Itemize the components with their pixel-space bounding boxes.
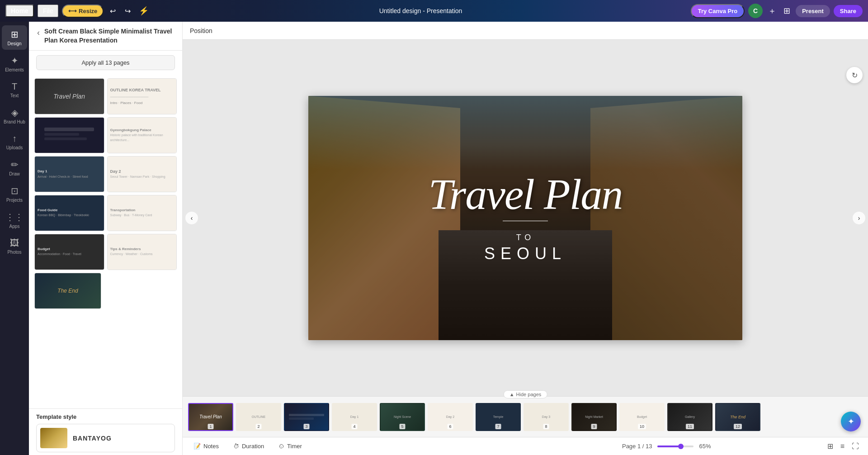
film-thumb-10[interactable]: Budget 10 bbox=[619, 403, 665, 431]
status-right: ⊞ ≡ ⛶ bbox=[826, 440, 861, 452]
slide-divider-top bbox=[503, 221, 548, 221]
sidebar-item-uploads[interactable]: ↑ Uploads bbox=[2, 130, 27, 154]
sidebar-item-draw[interactable]: ✏ Draw bbox=[2, 156, 27, 180]
template-thumb-2[interactable]: OUTLINE KOREA TRAVEL ─────────────── Int… bbox=[107, 78, 177, 114]
hide-pages-toggle[interactable]: ▲ Hide pages bbox=[504, 390, 547, 398]
template-style-thumb bbox=[40, 428, 67, 448]
position-label: Position bbox=[190, 27, 212, 34]
canvas-main[interactable]: ‹ Travel Plan TO Seoul bbox=[183, 40, 868, 396]
template-thumb-5[interactable]: Day 1 Arrival · Hotel Check-in · Street … bbox=[34, 156, 104, 192]
film-number-1: 1 bbox=[208, 424, 213, 429]
fullscreen-button[interactable]: ⛶ bbox=[850, 441, 861, 452]
sidebar-item-brand-hub[interactable]: ◈ Brand Hub bbox=[2, 104, 27, 128]
sidebar-label-apps: Apps bbox=[9, 224, 20, 229]
template-thumb-6[interactable]: Day 2 Seoul Tower · Namsan Park · Shoppi… bbox=[107, 156, 177, 192]
slide-text-container: Travel Plan TO Seoul bbox=[308, 96, 742, 340]
sidebar-label-elements: Elements bbox=[5, 67, 24, 72]
film-thumb-12[interactable]: The End 12 bbox=[715, 403, 760, 431]
redo-button[interactable]: ↪ bbox=[122, 5, 133, 17]
main-layout: ⊞ Design ✦ Elements T Text ◈ Brand Hub ↑… bbox=[0, 22, 868, 455]
sidebar-item-elements[interactable]: ✦ Elements bbox=[2, 52, 27, 76]
try-pro-button[interactable]: Try Canva Pro bbox=[691, 4, 745, 18]
sidebar-label-projects: Projects bbox=[6, 198, 23, 203]
sidebar-label-photos: Photos bbox=[7, 250, 21, 255]
chevron-up-icon: ▲ bbox=[509, 392, 514, 397]
film-thumb-3[interactable]: 3 bbox=[284, 403, 329, 431]
film-number-7: 7 bbox=[495, 424, 501, 429]
apps-icon: ⋮⋮ bbox=[5, 212, 24, 223]
template-thumb-8[interactable]: Transportation Subway · Bus · T-Money Ca… bbox=[107, 195, 177, 231]
brand-hub-icon: ◈ bbox=[11, 107, 18, 118]
film-thumb-6[interactable]: Day 2 6 bbox=[428, 403, 473, 431]
filmstrip-scroll[interactable]: Travel Plan 1 OUTLINE 2 bbox=[183, 397, 868, 437]
film-number-3: 3 bbox=[303, 424, 309, 429]
film-thumb-2[interactable]: OUTLINE 2 bbox=[236, 403, 281, 431]
template-style-name: BANTAYOG bbox=[73, 435, 112, 442]
canva-assistant-button[interactable]: ✦ bbox=[841, 412, 861, 431]
template-row: Travel Plan OUTLINE KOREA TRAVEL ───────… bbox=[34, 78, 177, 114]
topbar: Home File ⟷ Resize ↩ ↪ ⚡ Untitled design… bbox=[0, 0, 868, 22]
zoom-slider-fill bbox=[657, 446, 681, 447]
template-style-card[interactable]: BANTAYOG bbox=[36, 424, 175, 452]
template-style-label: Template style bbox=[36, 413, 175, 420]
file-button[interactable]: File bbox=[38, 5, 59, 17]
film-thumb-1[interactable]: Travel Plan 1 bbox=[188, 403, 233, 431]
grid-button[interactable]: ⊞ bbox=[782, 4, 792, 18]
avatar: C bbox=[748, 4, 763, 18]
film-thumb-11[interactable]: Gallery 11 bbox=[667, 403, 712, 431]
refresh-button[interactable]: ↻ bbox=[846, 67, 863, 83]
page-info: Page 1 / 13 bbox=[622, 443, 652, 450]
sidebar-item-projects[interactable]: ⊡ Projects bbox=[2, 182, 27, 206]
status-center: Page 1 / 13 65% bbox=[508, 443, 826, 450]
template-thumb-7[interactable]: Food Guide Korean BBQ · Bibimbap · Tteok… bbox=[34, 195, 104, 231]
magic-button[interactable]: ⚡ bbox=[137, 4, 151, 18]
list-view-button[interactable]: ≡ bbox=[839, 441, 846, 452]
film-thumb-7[interactable]: Temple 7 bbox=[476, 403, 521, 431]
resize-button[interactable]: ⟷ Resize bbox=[62, 5, 104, 18]
film-number-8: 8 bbox=[543, 424, 549, 429]
undo-button[interactable]: ↩ bbox=[107, 5, 118, 17]
sidebar-item-text[interactable]: T Text bbox=[2, 78, 27, 102]
share-button[interactable]: Share bbox=[834, 5, 863, 17]
left-panel: ‹ Soft Cream Black Simple Minimalist Tra… bbox=[29, 22, 183, 455]
topbar-right: Try Canva Pro C ＋ ⊞ Present Share bbox=[691, 4, 863, 18]
film-thumb-5[interactable]: Night Scene 5 bbox=[380, 403, 425, 431]
duration-button[interactable]: ⏱ Duration bbox=[230, 441, 268, 451]
present-button[interactable]: Present bbox=[796, 5, 830, 17]
canvas-nav-right[interactable]: › bbox=[853, 212, 865, 224]
template-thumb-1[interactable]: Travel Plan bbox=[34, 78, 104, 114]
film-thumb-4[interactable]: Day 1 4 bbox=[332, 403, 377, 431]
document-title: Untitled design - Presentation bbox=[379, 7, 462, 14]
sidebar-label-draw: Draw bbox=[9, 171, 19, 176]
sidebar-item-photos[interactable]: 🖼 Photos bbox=[2, 234, 27, 258]
text-icon: T bbox=[12, 81, 17, 92]
template-style-section: Template style BANTAYOG bbox=[29, 408, 182, 455]
status-bar: 📝 Notes ⏱ Duration ⏲ Timer Page 1 / 13 bbox=[183, 437, 868, 455]
template-thumb-4[interactable]: Gyeongbokgung Palace Historic palace wit… bbox=[107, 117, 177, 153]
sidebar-item-design[interactable]: ⊞ Design bbox=[2, 25, 27, 50]
sidebar-label-design: Design bbox=[7, 41, 21, 46]
apply-all-button[interactable]: Apply all 13 pages bbox=[36, 55, 175, 70]
film-number-12: 12 bbox=[734, 424, 742, 429]
timer-button[interactable]: ⏲ Timer bbox=[275, 441, 306, 451]
template-row: Budget Accommodation · Food · Travel Tip… bbox=[34, 234, 177, 270]
zoom-slider[interactable] bbox=[657, 446, 693, 447]
template-thumb-3[interactable] bbox=[34, 117, 104, 153]
uploads-icon: ↑ bbox=[12, 133, 17, 144]
grid-view-button[interactable]: ⊞ bbox=[826, 440, 835, 452]
template-thumb-11[interactable]: The End bbox=[34, 273, 101, 309]
timer-icon: ⏲ bbox=[278, 443, 284, 450]
home-button[interactable]: Home bbox=[5, 5, 34, 17]
slide-canvas[interactable]: Travel Plan TO Seoul bbox=[308, 96, 742, 340]
sidebar-label-brand-hub: Brand Hub bbox=[4, 119, 25, 124]
film-thumb-9[interactable]: Night Market 9 bbox=[571, 403, 617, 431]
template-thumb-10[interactable]: Tips & Reminders Currency · Weather · Cu… bbox=[107, 234, 177, 270]
template-thumb-9[interactable]: Budget Accommodation · Food · Travel bbox=[34, 234, 104, 270]
projects-icon: ⊡ bbox=[11, 185, 19, 196]
panel-back-button[interactable]: ‹ bbox=[36, 27, 41, 38]
plus-button[interactable]: ＋ bbox=[766, 4, 778, 18]
film-thumb-8[interactable]: Day 3 8 bbox=[524, 403, 569, 431]
canvas-nav-left[interactable]: ‹ bbox=[185, 212, 198, 224]
sidebar-item-apps[interactable]: ⋮⋮ Apps bbox=[2, 208, 27, 232]
notes-button[interactable]: 📝 Notes bbox=[190, 441, 222, 451]
